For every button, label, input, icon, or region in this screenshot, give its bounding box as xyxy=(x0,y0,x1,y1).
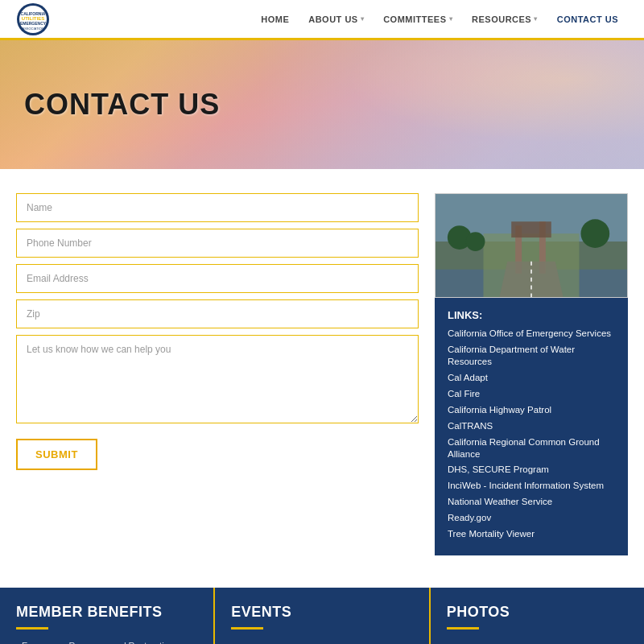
chevron-down-icon: ▾ xyxy=(449,15,453,23)
name-input[interactable] xyxy=(16,193,419,222)
email-input[interactable] xyxy=(16,264,419,293)
main-nav: HOME ABOUT US ▾ COMMITTEES ▾ RESOURCES ▾… xyxy=(251,14,628,24)
contact-form: SUBMIT xyxy=(16,193,419,555)
footer-cards: MEMBER BENEFITS • Emergency Response and… xyxy=(0,588,644,644)
photos-title: PHOTOS xyxy=(447,604,628,621)
svg-point-12 xyxy=(580,219,609,248)
sidebar-link[interactable]: Tree Mortality Viewer xyxy=(448,528,615,540)
chevron-down-icon: ▾ xyxy=(361,15,365,23)
links-list: California Office of Emergency ServicesC… xyxy=(448,328,615,540)
events-text: • xyxy=(231,639,412,644)
events-title: EVENTS xyxy=(231,604,412,621)
phone-input[interactable] xyxy=(16,229,419,258)
svg-text:EMERGENCY: EMERGENCY xyxy=(20,21,47,26)
sidebar-link[interactable]: National Weather Service xyxy=(448,496,615,508)
svg-rect-15 xyxy=(511,221,551,237)
sidebar-link[interactable]: California Highway Patrol xyxy=(448,404,615,416)
sidebar-link[interactable]: Cal Fire xyxy=(448,388,615,400)
links-box: LINKS: California Office of Emergency Se… xyxy=(435,298,628,555)
logo-icon: CALIFORNIA UTILITIES EMERGENCY ASSOCIATI… xyxy=(16,2,50,36)
sidebar-link[interactable]: California Department of Water Resources xyxy=(448,344,615,368)
nav-contact-us[interactable]: CONTACT US xyxy=(547,14,628,24)
page-title: CONTACT US xyxy=(0,88,220,122)
nav-about-us[interactable]: ABOUT US ▾ xyxy=(299,14,374,24)
zip-input[interactable] xyxy=(16,299,419,328)
scene-svg xyxy=(436,194,627,297)
main-content: SUBMIT LIN xyxy=(0,169,644,580)
sidebar-link[interactable]: InciWeb - Incident Information System xyxy=(448,480,615,492)
sidebar-link[interactable]: California Office of Emergency Services xyxy=(448,328,615,340)
events-divider xyxy=(231,627,263,630)
svg-point-11 xyxy=(466,232,485,251)
chevron-down-icon: ▾ xyxy=(534,15,538,23)
nav-resources[interactable]: RESOURCES ▾ xyxy=(462,14,547,24)
member-benefits-title: MEMBER BENEFITS xyxy=(16,604,197,621)
sidebar-link[interactable]: CalTRANS xyxy=(448,420,615,432)
message-input[interactable] xyxy=(16,335,419,423)
logo: CALIFORNIA UTILITIES EMERGENCY ASSOCIATI… xyxy=(16,2,50,36)
sidebar-link[interactable]: DHS, SECURE Program xyxy=(448,464,615,476)
member-benefits-text: • Emergency Response and Restoration Sup… xyxy=(16,639,197,644)
nav-home[interactable]: HOME xyxy=(251,14,299,24)
svg-text:ASSOCIATION: ASSOCIATION xyxy=(22,27,43,31)
nav-committees[interactable]: COMMITTEES ▾ xyxy=(374,14,462,24)
sidebar: LINKS: California Office of Emergency Se… xyxy=(435,193,628,555)
sidebar-link[interactable]: California Regional Common Ground Allian… xyxy=(448,436,615,460)
sidebar-link[interactable]: Cal Adapt xyxy=(448,372,615,384)
submit-button[interactable]: SUBMIT xyxy=(16,439,97,470)
links-title: LINKS: xyxy=(448,309,615,321)
footer-card-photos: PHOTOS xyxy=(431,588,644,644)
hero-industrial-bg xyxy=(258,40,644,169)
footer-card-member-benefits: MEMBER BENEFITS • Emergency Response and… xyxy=(0,588,213,644)
photos-divider xyxy=(447,627,479,630)
site-header: CALIFORNIA UTILITIES EMERGENCY ASSOCIATI… xyxy=(0,0,644,40)
sidebar-image xyxy=(435,193,628,298)
member-benefits-divider xyxy=(16,627,48,630)
footer-card-events: EVENTS • xyxy=(215,588,428,644)
sidebar-link[interactable]: Ready.gov xyxy=(448,512,615,524)
hero-banner: CONTACT US xyxy=(0,40,644,169)
